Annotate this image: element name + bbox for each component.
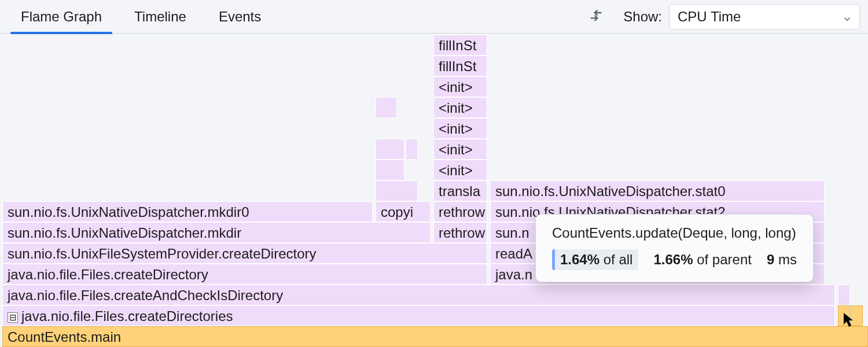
frame-init-1[interactable]: <init>	[433, 160, 487, 180]
tab-flame-graph[interactable]: Flame Graph	[5, 0, 118, 34]
frame-fill-1[interactable]: fillInSt	[433, 56, 487, 76]
collapse-icon[interactable]: ⊟	[8, 312, 18, 323]
frame-copyi[interactable]: copyi	[376, 201, 431, 222]
frame-n2[interactable]	[376, 160, 404, 180]
frame-sliver-a[interactable]	[838, 305, 850, 326]
flame-graph[interactable]: CountEvents.main⊟java.nio.file.Files.cre…	[0, 34, 868, 347]
frame-n1[interactable]	[376, 180, 418, 201]
tooltip-pct-parent: 1.66% of parent	[653, 252, 751, 268]
frame-n4[interactable]	[406, 139, 418, 160]
frame-tooltip: CountEvents.update(Deque, long, long)1.6…	[535, 214, 814, 282]
frame-init-5[interactable]: <init>	[433, 76, 487, 97]
frame-n5[interactable]	[376, 97, 397, 118]
frame-rethrow-2[interactable]: rethrow	[433, 201, 487, 222]
frame-label: sun.n	[495, 225, 529, 241]
frame-createDirectory-files[interactable]: java.nio.file.Files.createDirectory	[2, 264, 487, 285]
frame-label: fillInSt	[439, 38, 476, 53]
frame-fill-2[interactable]: fillInSt	[433, 35, 487, 56]
frame-label: <init>	[439, 100, 473, 116]
profiler-toolbar: Flame Graph Timeline Events Show: CPU Ti…	[0, 0, 868, 34]
frame-unixfs-createDirectory[interactable]: sun.nio.fs.UnixFileSystemProvider.create…	[2, 243, 487, 264]
swap-icon[interactable]	[585, 6, 607, 28]
frame-label: java.nio.file.Files.createAndCheckIsDire…	[8, 287, 283, 303]
frame-label: sun.nio.fs.UnixNativeDispatcher.stat0	[495, 183, 726, 199]
chevron-down-icon	[842, 12, 852, 22]
frame-label: rethrow	[439, 225, 485, 241]
show-label: Show:	[623, 9, 662, 25]
frame-mkdir0[interactable]: sun.nio.fs.UnixNativeDispatcher.mkdir0	[2, 201, 373, 222]
frame-label: <init>	[439, 79, 473, 95]
frame-label: transla	[439, 183, 480, 199]
frame-label: CountEvents.main	[8, 329, 121, 345]
frame-label: <init>	[439, 121, 473, 136]
view-tabs: Flame Graph Timeline Events	[5, 0, 277, 34]
tab-events[interactable]: Events	[203, 0, 277, 34]
frame-label: copyi	[381, 204, 413, 220]
tooltip-time: 9 ms	[767, 252, 797, 268]
show-select[interactable]: CPU Time	[669, 4, 860, 29]
show-select-value: CPU Time	[678, 9, 741, 25]
frame-mkdir[interactable]: sun.nio.fs.UnixNativeDispatcher.mkdir	[2, 222, 431, 243]
tooltip-title: CountEvents.update(Deque, long, long)	[552, 225, 797, 241]
tab-timeline[interactable]: Timeline	[118, 0, 203, 34]
frame-label: sun.nio.fs.UnixFileSystemProvider.create…	[8, 246, 317, 261]
frame-label: readA	[495, 246, 532, 261]
frame-createDirectories[interactable]: ⊟java.nio.file.Files.createDirectories	[2, 305, 835, 326]
frame-label: rethrow	[439, 204, 485, 220]
frame-sliver-b[interactable]	[851, 305, 863, 326]
frame-root-main[interactable]: CountEvents.main	[2, 326, 868, 347]
frame-init-4[interactable]: <init>	[433, 97, 487, 118]
frame-label: sun.nio.fs.UnixNativeDispatcher.mkdir	[8, 225, 241, 241]
frame-stat0[interactable]: sun.nio.fs.UnixNativeDispatcher.stat0	[490, 180, 825, 201]
frame-createAndCheck[interactable]: java.nio.file.Files.createAndCheckIsDire…	[2, 285, 835, 305]
frame-label: java.nio.file.Files.createDirectory	[8, 267, 208, 282]
tooltip-pct-all: 1.64% of all	[552, 249, 638, 270]
frame-label: <init>	[439, 163, 473, 178]
frame-init-2[interactable]: <init>	[433, 139, 487, 160]
frame-label: java.n	[495, 267, 532, 282]
frame-label: fillInSt	[439, 58, 476, 74]
frame-transla[interactable]: transla	[433, 180, 487, 201]
frame-label: java.nio.file.Files.createDirectories	[21, 308, 233, 324]
frame-n3[interactable]	[376, 139, 404, 160]
frame-label: <init>	[439, 142, 473, 157]
frame-label: sun.nio.fs.UnixNativeDispatcher.mkdir0	[8, 204, 249, 220]
frame-sliver-c[interactable]	[838, 285, 850, 305]
frame-init-3[interactable]: <init>	[433, 118, 487, 139]
frame-rethrow-1[interactable]: rethrow	[433, 222, 487, 243]
